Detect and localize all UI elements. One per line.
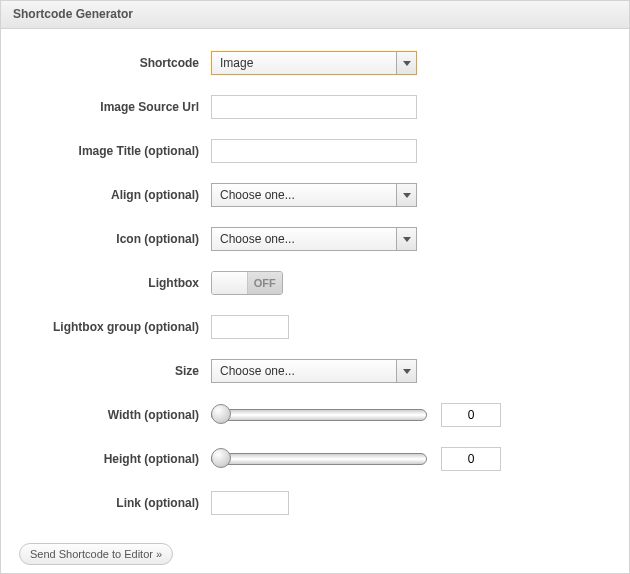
label-icon: Icon (optional)	[19, 232, 211, 246]
label-size: Size	[19, 364, 211, 378]
slider-handle[interactable]	[211, 404, 231, 424]
select-align-value: Choose one...	[220, 188, 295, 202]
slider-track	[211, 409, 427, 421]
chevron-down-icon	[396, 360, 416, 382]
chevron-down-icon	[396, 52, 416, 74]
input-link[interactable]	[211, 491, 289, 515]
label-image-source: Image Source Url	[19, 100, 211, 114]
input-image-title[interactable]	[211, 139, 417, 163]
input-image-source[interactable]	[211, 95, 417, 119]
chevron-down-icon	[396, 184, 416, 206]
select-size-value: Choose one...	[220, 364, 295, 378]
row-shortcode: Shortcode Image	[19, 51, 611, 75]
toggle-off-side: OFF	[247, 272, 283, 294]
select-icon[interactable]: Choose one...	[211, 227, 417, 251]
label-lightbox: Lightbox	[19, 276, 211, 290]
input-height-value[interactable]	[441, 447, 501, 471]
toggle-lightbox[interactable]: OFF	[211, 271, 283, 295]
row-icon: Icon (optional) Choose one...	[19, 227, 611, 251]
slider-track	[211, 453, 427, 465]
label-height: Height (optional)	[19, 452, 211, 466]
label-width: Width (optional)	[19, 408, 211, 422]
send-shortcode-button[interactable]: Send Shortcode to Editor »	[19, 543, 173, 565]
slider-height[interactable]	[211, 452, 427, 466]
panel-title: Shortcode Generator	[1, 1, 629, 29]
row-lightbox: Lightbox OFF	[19, 271, 611, 295]
panel-body: Shortcode Image Image Source Url Image T…	[1, 29, 629, 574]
row-height: Height (optional)	[19, 447, 611, 471]
row-image-title: Image Title (optional)	[19, 139, 611, 163]
row-lightbox-group: Lightbox group (optional)	[19, 315, 611, 339]
row-image-source: Image Source Url	[19, 95, 611, 119]
toggle-on-side	[212, 272, 247, 294]
input-lightbox-group[interactable]	[211, 315, 289, 339]
select-size[interactable]: Choose one...	[211, 359, 417, 383]
slider-width[interactable]	[211, 408, 427, 422]
label-shortcode: Shortcode	[19, 56, 211, 70]
select-shortcode-value: Image	[220, 56, 253, 70]
row-width: Width (optional)	[19, 403, 611, 427]
row-link: Link (optional)	[19, 491, 611, 515]
select-shortcode[interactable]: Image	[211, 51, 417, 75]
select-align[interactable]: Choose one...	[211, 183, 417, 207]
input-width-value[interactable]	[441, 403, 501, 427]
slider-handle[interactable]	[211, 448, 231, 468]
label-lightbox-group: Lightbox group (optional)	[19, 320, 211, 334]
label-image-title: Image Title (optional)	[19, 144, 211, 158]
label-link: Link (optional)	[19, 496, 211, 510]
shortcode-generator-panel: Shortcode Generator Shortcode Image Imag…	[0, 0, 630, 574]
select-icon-value: Choose one...	[220, 232, 295, 246]
chevron-down-icon	[396, 228, 416, 250]
row-align: Align (optional) Choose one...	[19, 183, 611, 207]
label-align: Align (optional)	[19, 188, 211, 202]
row-size: Size Choose one...	[19, 359, 611, 383]
